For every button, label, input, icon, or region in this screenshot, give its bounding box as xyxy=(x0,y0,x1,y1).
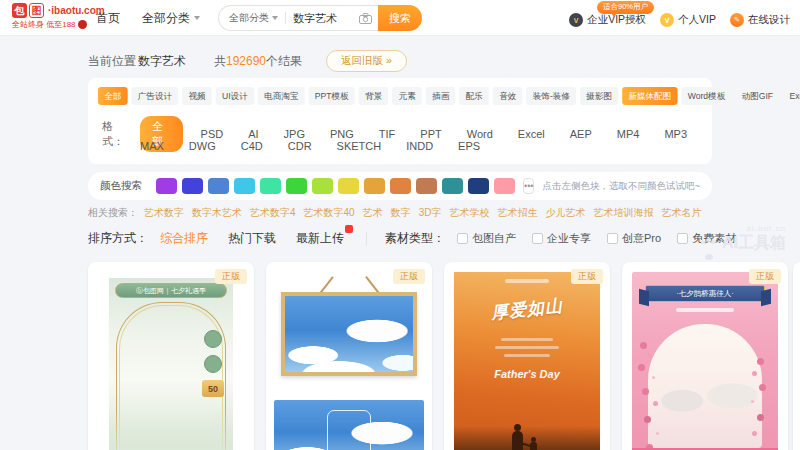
color-swatch[interactable] xyxy=(208,178,229,194)
search-button[interactable]: 搜索 xyxy=(378,5,422,31)
category-chip[interactable]: UI设计 xyxy=(216,87,254,105)
color-swatch[interactable] xyxy=(468,178,489,194)
asset-card-partial[interactable] xyxy=(793,262,800,450)
poster-side-tags: 50 xyxy=(202,330,224,397)
related-link[interactable]: 艺术培训海报 xyxy=(593,206,653,220)
more-colors-button[interactable]: ••• xyxy=(523,178,534,194)
sort-option-newest[interactable]: 最新上传 xyxy=(296,230,344,247)
format-option[interactable]: PNG xyxy=(330,128,354,140)
nav-home[interactable]: 首页 xyxy=(96,10,120,27)
format-option[interactable]: PPT xyxy=(420,128,441,140)
category-chip[interactable]: 元素 xyxy=(392,87,422,105)
licensed-badge: 正版 xyxy=(749,269,781,284)
format-option[interactable]: JPG xyxy=(284,128,305,140)
format-option[interactable]: MP3 xyxy=(664,128,687,140)
search-bar[interactable]: 全部分类 xyxy=(218,5,378,31)
related-link[interactable]: 艺术数字40 xyxy=(304,206,355,220)
asset-card-sky-clouds[interactable]: 正版 xyxy=(266,262,432,450)
format-option[interactable]: AEP xyxy=(570,128,592,140)
asset-card-qixi-pink[interactable]: 正版 ·七夕鹊桥惠佳人· 20 七夕活动福利 xyxy=(622,262,788,450)
category-chip[interactable]: 装饰-装修 xyxy=(527,87,577,105)
color-swatch[interactable] xyxy=(442,178,463,194)
category-chip[interactable]: 插画 xyxy=(426,87,456,105)
related-link[interactable]: 艺术数字4 xyxy=(250,206,296,220)
checkbox-icon[interactable] xyxy=(677,233,688,244)
format-option[interactable]: PSD xyxy=(201,128,224,140)
related-link[interactable]: 艺术学校 xyxy=(449,206,489,220)
related-link[interactable]: 艺术招生 xyxy=(497,206,537,220)
paw-logo-icon xyxy=(701,238,717,250)
category-chip[interactable]: Excel模板 xyxy=(783,87,800,105)
personal-vip-link[interactable]: V 个人VIP xyxy=(660,13,716,27)
color-swatch[interactable] xyxy=(390,178,411,194)
filter-checkbox-pro[interactable]: 创意Pro xyxy=(607,231,661,246)
camera-search-icon[interactable] xyxy=(359,13,372,24)
chevron-down-icon xyxy=(194,16,200,20)
related-link[interactable]: 少儿艺术 xyxy=(545,206,585,220)
color-swatch[interactable] xyxy=(312,178,333,194)
site-logo[interactable]: 包 图 ·ibaotu.com 全站终身 低至188 xyxy=(12,3,105,30)
format-option[interactable]: SKETCH xyxy=(337,140,382,152)
format-option[interactable]: Word xyxy=(467,128,493,140)
color-swatch[interactable] xyxy=(182,178,203,194)
search-category-dropdown[interactable]: 全部分类 xyxy=(229,11,278,25)
format-option[interactable]: Excel xyxy=(518,128,545,140)
related-link[interactable]: 艺术 xyxy=(363,206,383,220)
ai-toolbox-watermark: ai-bot.cn AI工具箱 xyxy=(701,224,786,254)
related-link[interactable]: 数字木艺术 xyxy=(192,206,242,220)
format-option[interactable]: CDR xyxy=(288,140,312,152)
online-design-link[interactable]: ✎ 在线设计 xyxy=(730,13,790,27)
color-swatch[interactable] xyxy=(260,178,281,194)
checkbox-icon[interactable] xyxy=(532,233,543,244)
format-option[interactable]: MP4 xyxy=(617,128,640,140)
sort-option-popular[interactable]: 热门下载 xyxy=(228,230,276,247)
vip-bubble-tooltip: 适合90%用户 xyxy=(597,1,654,14)
related-link[interactable]: 数字 xyxy=(391,206,411,220)
color-swatch[interactable] xyxy=(338,178,359,194)
online-design-icon: ✎ xyxy=(730,13,744,27)
checkbox-icon[interactable] xyxy=(457,233,468,244)
checkbox-icon[interactable] xyxy=(607,233,618,244)
category-chip[interactable]: 背景 xyxy=(359,87,389,105)
format-option[interactable]: AI xyxy=(248,128,258,140)
category-chip[interactable]: 广告设计 xyxy=(132,87,179,105)
category-chip[interactable]: 配乐 xyxy=(459,87,489,105)
related-link[interactable]: 艺术数字 xyxy=(144,206,184,220)
watermark-url: ai-bot.cn xyxy=(701,224,786,233)
category-chip[interactable]: 摄影图 xyxy=(580,87,618,105)
color-swatch[interactable] xyxy=(364,178,385,194)
back-to-old-version-button[interactable]: 返回旧版 » xyxy=(326,50,407,72)
format-option[interactable]: EPS xyxy=(458,140,480,152)
format-option[interactable]: INDD xyxy=(406,140,433,152)
category-chip-all[interactable]: 全部 xyxy=(98,87,128,105)
color-swatch[interactable] xyxy=(156,178,177,194)
category-chip-new-media[interactable]: 新媒体配图 xyxy=(622,87,677,105)
search-input[interactable] xyxy=(293,12,359,24)
filter-panel: 全部 广告设计 视频 UI设计 电商淘宝 PPT模板 背景 元素 插画 配乐 音… xyxy=(88,78,712,164)
color-swatch[interactable] xyxy=(286,178,307,194)
category-chip[interactable]: PPT模板 xyxy=(309,87,355,105)
format-option[interactable]: C4D xyxy=(241,140,263,152)
category-chip[interactable]: 动图GIF xyxy=(735,87,779,105)
related-link[interactable]: 3D字 xyxy=(419,206,442,220)
color-swatch[interactable] xyxy=(416,178,437,194)
asset-card-fathers-day[interactable]: 正版 厚爱如山 Father's Day xyxy=(444,262,610,450)
format-option[interactable]: MAX xyxy=(140,140,164,152)
format-option[interactable]: TIF xyxy=(379,128,396,140)
filter-checkbox-enterprise[interactable]: 企业专享 xyxy=(532,231,591,246)
category-chip[interactable]: 音效 xyxy=(493,87,523,105)
sort-option-comprehensive[interactable]: 综合排序 xyxy=(160,230,208,247)
category-chip[interactable]: 电商淘宝 xyxy=(258,87,305,105)
color-swatch[interactable] xyxy=(234,178,255,194)
filter-checkbox-self-produced[interactable]: 包图自产 xyxy=(457,231,516,246)
asset-card-qixi-green[interactable]: 正版 ⓑ包图网｜七夕礼遇季 50 xyxy=(88,262,254,450)
enterprise-vip-link[interactable]: V 企业VIP授权 xyxy=(569,13,646,27)
licensed-badge: 正版 xyxy=(215,269,247,284)
mountain-art xyxy=(109,408,233,450)
category-chip[interactable]: Word模板 xyxy=(682,87,732,105)
related-link[interactable]: 艺术名片 xyxy=(661,206,701,220)
category-chip[interactable]: 视频 xyxy=(182,87,212,105)
color-swatch[interactable] xyxy=(494,178,515,194)
nav-all-categories[interactable]: 全部分类 xyxy=(142,10,200,27)
format-option[interactable]: DWG xyxy=(189,140,216,152)
